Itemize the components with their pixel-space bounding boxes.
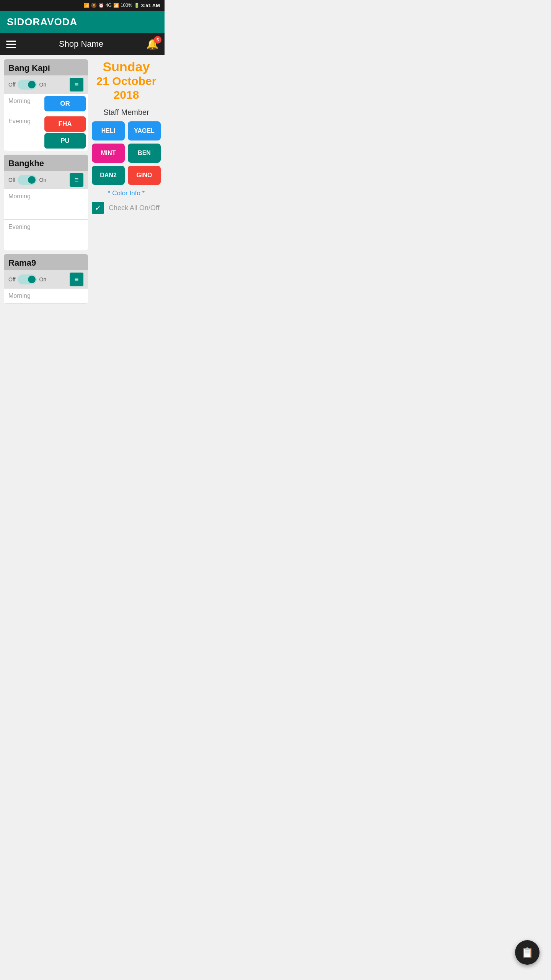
shop-card-bangkhe: Bangkhe Off On ≡ Morning Evening: [4, 155, 88, 250]
staff-grid: HELI YAGEL MINT BEN DAN2 GINO: [92, 121, 161, 185]
staff-member-label: Staff Member: [92, 108, 161, 117]
toggle-knob-rama9: [28, 276, 36, 283]
app-header: SIDORAVODA: [0, 11, 165, 33]
evening-label-bangkhe: Evening: [4, 220, 42, 250]
battery-text: 100%: [121, 3, 132, 8]
notification-badge: 5: [154, 36, 161, 44]
network-icon: 4G: [106, 3, 112, 8]
toggle-knob-bangkapi: [28, 81, 36, 88]
comment-icon-bangkapi[interactable]: ≡: [70, 78, 83, 91]
status-bar: 📶 🔕 ⏰ 4G 📶 100% 🔋 3:51 AM: [0, 0, 165, 11]
schedule-grid-bangkhe: Morning Evening: [4, 189, 88, 250]
shop-name-rama9: Rama9: [8, 258, 83, 268]
shop-card-bangkapi: Bang Kapi Off On ≡ Morning OR Evening: [4, 59, 88, 151]
staff-btn-fha[interactable]: FHA: [44, 116, 86, 132]
staff-btn-gino[interactable]: GINO: [128, 166, 161, 185]
toggle-on-label-rama9: On: [39, 276, 46, 283]
status-icons: 📶 🔕 ⏰ 4G 📶 100% 🔋 3:51 AM: [84, 3, 160, 8]
toggle-rama9[interactable]: [18, 274, 37, 284]
date-month: 21 October: [92, 74, 161, 88]
check-all-checkbox[interactable]: ✓: [92, 202, 104, 214]
notification-bell[interactable]: 🔔 5: [146, 38, 158, 50]
toggle-wrapper-bangkhe: Off On: [8, 175, 46, 185]
app-title: SIDORAVODA: [7, 16, 77, 28]
shop-card-header-bangkapi: Bang Kapi: [4, 59, 88, 75]
check-all-label: Check All On/Off: [109, 204, 160, 212]
date-day: Sunday: [92, 59, 161, 74]
staff-btn-pu[interactable]: PU: [44, 133, 86, 149]
toggle-on-label-bangkhe: On: [39, 177, 46, 183]
shop-card-header-bangkhe: Bangkhe: [4, 155, 88, 171]
morning-label-bangkapi: Morning: [4, 94, 42, 114]
schedule-grid-rama9: Morning: [4, 289, 88, 304]
toggle-knob-bangkhe: [28, 176, 36, 184]
toggle-wrapper-rama9: Off On: [8, 274, 46, 284]
alarm-icon: ⏰: [98, 3, 104, 8]
right-column: Sunday 21 October 2018 Staff Member HELI…: [92, 59, 161, 304]
morning-cells-rama9: [42, 289, 88, 304]
hamburger-menu[interactable]: [6, 41, 16, 48]
signal-icon: 📶: [113, 3, 119, 8]
shop-name-bangkhe: Bangkhe: [8, 158, 83, 168]
staff-btn-dan2[interactable]: DAN2: [92, 166, 125, 185]
main-content: Bang Kapi Off On ≡ Morning OR Evening: [0, 55, 165, 308]
morning-cells-bangkapi: OR: [42, 94, 88, 114]
color-info[interactable]: * Color Info *: [92, 189, 161, 197]
shop-card-rama9: Rama9 Off On ≡ Morning: [4, 254, 88, 304]
toggle-on-label-bangkapi: On: [39, 82, 46, 88]
wifi-icon: 📶: [84, 3, 90, 8]
mute-icon: 🔕: [91, 3, 97, 8]
staff-btn-yagel[interactable]: YAGEL: [128, 121, 161, 140]
toggle-row-bangkhe: Off On ≡: [4, 171, 88, 189]
shop-name-bangkapi: Bang Kapi: [8, 63, 83, 73]
toggle-wrapper-bangkapi: Off On: [8, 80, 46, 90]
nav-shop-name: Shop Name: [59, 39, 103, 49]
comment-icon-bangkhe[interactable]: ≡: [70, 173, 83, 187]
shop-card-header-rama9: Rama9: [4, 254, 88, 270]
toggle-off-label-bangkhe: Off: [8, 177, 15, 183]
staff-btn-or[interactable]: OR: [44, 96, 86, 111]
staff-btn-ben[interactable]: BEN: [128, 144, 161, 163]
check-all-row: ✓ Check All On/Off: [92, 202, 161, 214]
schedule-grid-bangkapi: Morning OR Evening FHA PU: [4, 94, 88, 151]
toggle-bangkapi[interactable]: [18, 80, 37, 90]
date-year: 2018: [92, 88, 161, 102]
morning-label-bangkhe: Morning: [4, 189, 42, 220]
staff-btn-mint[interactable]: MINT: [92, 144, 125, 163]
evening-label-bangkapi: Evening: [4, 114, 42, 151]
toggle-row-bangkapi: Off On ≡: [4, 75, 88, 94]
evening-cells-bangkhe: [42, 220, 88, 250]
staff-btn-heli[interactable]: HELI: [92, 121, 125, 140]
morning-cells-bangkhe: [42, 189, 88, 220]
nav-bar: Shop Name 🔔 5: [0, 33, 165, 55]
date-display: Sunday 21 October 2018: [92, 59, 161, 102]
evening-cells-bangkapi: FHA PU: [42, 114, 88, 151]
status-time: 3:51 AM: [141, 3, 160, 8]
toggle-off-label-rama9: Off: [8, 276, 15, 283]
toggle-row-rama9: Off On ≡: [4, 270, 88, 289]
left-column: Bang Kapi Off On ≡ Morning OR Evening: [4, 59, 88, 304]
battery-icon: 🔋: [134, 3, 140, 8]
toggle-off-label-bangkapi: Off: [8, 82, 15, 88]
comment-icon-rama9[interactable]: ≡: [70, 273, 83, 286]
toggle-bangkhe[interactable]: [18, 175, 37, 185]
morning-label-rama9: Morning: [4, 289, 42, 304]
